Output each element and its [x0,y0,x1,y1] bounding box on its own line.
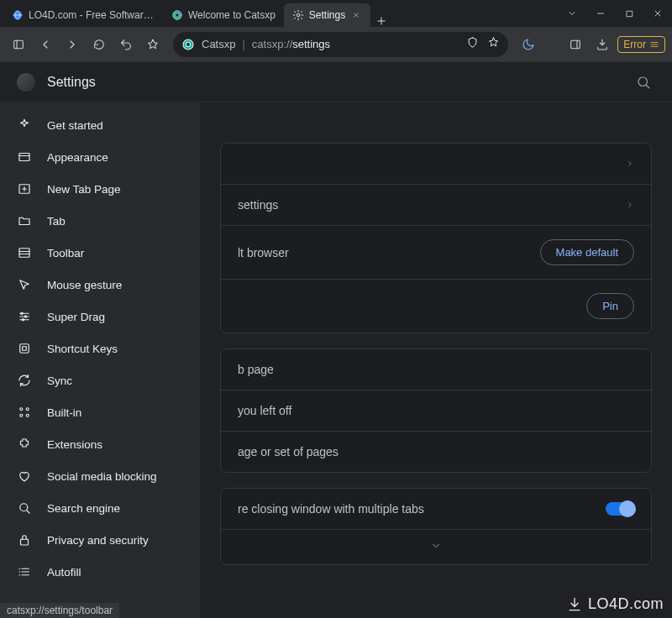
svg-point-4 [176,13,180,18]
settings-title: Settings [47,75,632,90]
sidebar-item-mouse-gesture[interactable]: Mouse gesture [0,269,200,301]
back-button[interactable] [34,33,57,56]
download-icon [566,596,583,613]
tabs-dropdown-button[interactable] [558,0,586,27]
sidebar-item-get-started[interactable]: Get started [0,109,200,141]
settings-row-pin: Pin [221,280,651,333]
sidebar-item-label: Toolbar [47,247,84,259]
chevron-right-icon [626,157,634,170]
sidebar-item-label: Get started [47,119,103,132]
make-default-button[interactable]: Make default [540,239,634,265]
watermark: LO4D.com [566,595,664,613]
sparkle-icon [17,118,32,133]
chevron-right-icon [626,198,634,212]
row-text: re closing window with multiple tabs [238,502,424,516]
sidebar-item-label: Appearance [47,151,108,164]
tab-settings[interactable]: Settings [284,3,370,27]
settings-main: Get started Appearance New Tab Page Tab … [0,102,672,618]
settings-row-warn-close: re closing window with multiple tabs [221,489,651,530]
search-button[interactable] [632,71,655,94]
tabs-strip: LO4D.com - Free Software Do Welcome to C… [0,0,558,27]
close-icon[interactable] [350,9,362,21]
sidebar-item-search-engine[interactable]: Search engine [0,492,200,524]
undo-button[interactable] [114,33,138,56]
settings-card-startup: b page you left off age or set of pages [220,348,652,473]
command-icon [17,341,32,356]
close-button[interactable] [643,0,672,27]
tab-label: LO4D.com - Free Software Do [29,9,155,21]
address-scheme: catsxp:// [252,38,292,50]
svg-rect-14 [19,249,29,258]
svg-point-21 [20,414,23,416]
watermark-text: LO4D.com [588,595,664,613]
bookmark-button[interactable] [141,33,165,56]
sidebar-item-extensions[interactable]: Extensions [0,428,200,460]
expand-button[interactable] [221,530,651,564]
row-text: settings [238,198,278,212]
sidebar-item-label: Autofill [47,566,81,579]
tab-label: Settings [309,9,345,21]
new-tab-button[interactable] [370,15,392,27]
svg-point-9 [186,42,190,46]
row-text: you left off [238,404,291,417]
settings-row[interactable]: age or set of pages [221,432,651,472]
error-button[interactable]: Error [617,36,665,53]
sidebar-item-label: Social media blocking [47,470,157,483]
star-icon[interactable] [487,36,500,52]
sidebar-item-sync[interactable]: Sync [0,364,200,396]
sidebar-item-label: Tab [47,215,66,228]
sidebar-item-super-drag[interactable]: Super Drag [0,301,200,333]
shield-icon[interactable] [466,36,479,52]
settings-card-top: settings lt browser Make default Pin [220,143,652,333]
settings-header: Settings [0,62,672,102]
sidebar-item-privacy-security[interactable]: Privacy and security [0,524,200,556]
sidebar-item-built-in[interactable]: Built-in [0,396,200,428]
settings-row[interactable]: settings [221,185,651,226]
settings-row[interactable]: b page [221,349,651,390]
settings-row[interactable] [221,144,651,185]
catsxp-icon [171,9,183,21]
catsxp-icon [181,38,195,51]
address-separator: | [242,38,244,50]
maximize-button[interactable] [615,0,643,27]
sidebar-item-tab[interactable]: Tab [0,205,200,237]
download-button[interactable] [591,33,614,56]
sidebar-item-label: Mouse gesture [47,279,122,291]
reload-button[interactable] [87,33,111,56]
svg-point-23 [20,504,28,511]
dark-mode-button[interactable] [517,33,540,56]
settings-row-default-browser: lt browser Make default [221,226,651,280]
sidebar-item-social-media-blocking[interactable]: Social media blocking [0,460,200,492]
forward-button[interactable] [60,33,84,56]
sidebar-item-label: Shortcut Keys [47,343,118,355]
browser-toolbar: Catsxp | catsxp://settings Error [0,27,672,62]
settings-row[interactable]: you left off [221,390,651,432]
sidebar-item-label: Built-in [47,406,81,419]
toggle-switch[interactable] [606,502,634,516]
sidebar-item-new-tab-page[interactable]: New Tab Page [0,173,200,205]
sliders-icon [17,309,32,324]
newtab-icon [17,181,32,196]
minimize-button[interactable] [586,0,615,27]
svg-point-11 [638,77,648,86]
svg-rect-18 [20,344,29,354]
sidebar-item-toolbar[interactable]: Toolbar [0,237,200,269]
sidebar-item-autofill[interactable]: Autofill [0,556,200,588]
pin-button[interactable]: Pin [586,293,634,319]
address-host: Catsxp [202,38,235,50]
cursor-icon [17,277,32,292]
status-bar: catsxp://settings/toolbar [0,603,119,618]
row-text: lt browser [238,246,289,259]
tab-welcome[interactable]: Welcome to Catsxp [163,3,284,27]
sidebar-toggle-button[interactable] [7,33,30,56]
chevron-down-icon [430,540,442,554]
sidebar-item-appearance[interactable]: Appearance [0,141,200,173]
rows-icon [17,245,32,260]
panel-button[interactable] [564,33,587,56]
lock-icon [17,532,32,547]
tab-lo4d[interactable]: LO4D.com - Free Software Do [3,3,163,27]
svg-point-19 [20,408,23,411]
svg-rect-12 [19,154,29,161]
address-bar[interactable]: Catsxp | catsxp://settings [173,32,508,57]
sidebar-item-shortcut-keys[interactable]: Shortcut Keys [0,333,200,364]
